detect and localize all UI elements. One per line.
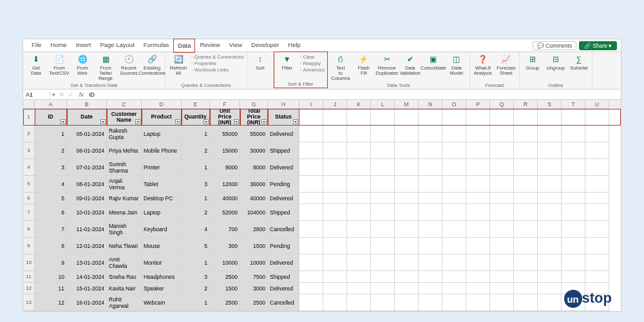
empty-cell[interactable] bbox=[323, 159, 347, 176]
empty-cell[interactable] bbox=[419, 159, 442, 176]
empty-cell[interactable] bbox=[490, 294, 514, 311]
col-header-U[interactable]: U bbox=[585, 100, 609, 109]
ribbon-from-web[interactable]: 🌐FromWeb bbox=[72, 54, 93, 76]
table-cell[interactable]: 1 bbox=[182, 126, 210, 142]
empty-cell[interactable] bbox=[514, 221, 538, 238]
col-header-G[interactable]: G bbox=[240, 100, 268, 109]
table-cell[interactable]: 05-01-2024 bbox=[67, 126, 107, 142]
empty-cell[interactable] bbox=[371, 204, 395, 221]
table-cell[interactable]: 4 bbox=[35, 176, 67, 193]
ribbon-flash-fill[interactable]: ⚡FlashFill bbox=[354, 54, 374, 76]
ribbon-text-to-columns[interactable]: ⎙Textto Columns bbox=[330, 54, 351, 81]
table-cell[interactable]: Monitor bbox=[142, 254, 182, 271]
fx-icon[interactable]: fx bbox=[75, 91, 88, 98]
empty-cell[interactable] bbox=[371, 176, 395, 193]
empty-cell[interactable] bbox=[514, 271, 538, 283]
menu-file[interactable]: File bbox=[27, 39, 46, 53]
table-cell[interactable]: Priya Mehta bbox=[107, 142, 142, 159]
empty-cell[interactable] bbox=[466, 221, 490, 238]
table-cell[interactable]: 3 bbox=[35, 159, 67, 176]
empty-cell[interactable] bbox=[395, 126, 419, 142]
empty-cell[interactable] bbox=[490, 176, 514, 193]
table-cell[interactable]: Shipped bbox=[268, 271, 299, 283]
table-cell[interactable]: Suresh Sharma bbox=[107, 159, 142, 176]
row-header-2[interactable]: 2 bbox=[23, 126, 35, 142]
empty-cell[interactable] bbox=[395, 109, 419, 126]
menu-formulas[interactable]: Formulas bbox=[139, 39, 174, 53]
empty-cell[interactable] bbox=[562, 254, 585, 271]
empty-cell[interactable] bbox=[299, 142, 323, 159]
empty-cell[interactable] bbox=[347, 126, 371, 142]
empty-cell[interactable] bbox=[299, 126, 323, 142]
col-header-L[interactable]: L bbox=[371, 100, 395, 109]
row-header-11[interactable]: 11 bbox=[23, 271, 35, 283]
ribbon-consolidate[interactable]: ▣Consolidate bbox=[423, 54, 444, 71]
empty-cell[interactable] bbox=[538, 109, 562, 126]
empty-cell[interactable] bbox=[323, 126, 347, 142]
table-cell[interactable]: 12 bbox=[35, 294, 67, 311]
empty-cell[interactable] bbox=[585, 193, 609, 204]
table-cell[interactable]: 1500 bbox=[210, 283, 240, 294]
col-header-S[interactable]: S bbox=[538, 100, 562, 109]
empty-cell[interactable] bbox=[299, 204, 323, 221]
ribbon-remove-duplicates[interactable]: ✂RemoveDuplicates bbox=[377, 54, 397, 76]
empty-cell[interactable] bbox=[490, 126, 514, 142]
table-cell[interactable]: Amit Chawla bbox=[107, 254, 142, 271]
table-cell[interactable]: Pending bbox=[268, 238, 299, 254]
table-cell[interactable]: 2 bbox=[182, 204, 210, 221]
empty-cell[interactable] bbox=[538, 142, 562, 159]
table-cell[interactable]: 300 bbox=[210, 238, 240, 254]
ribbon-queries-connections[interactable]: ▫Queries & Connections bbox=[191, 54, 244, 60]
empty-cell[interactable] bbox=[442, 176, 466, 193]
table-cell[interactable]: 3000 bbox=[240, 283, 268, 294]
empty-cell[interactable] bbox=[490, 283, 514, 294]
table-cell[interactable]: 7500 bbox=[240, 271, 268, 283]
empty-cell[interactable] bbox=[466, 109, 490, 126]
row-header-10[interactable]: 10 bbox=[23, 254, 35, 271]
table-cell[interactable]: Mouse bbox=[142, 238, 182, 254]
empty-cell[interactable] bbox=[562, 271, 585, 283]
empty-cell[interactable] bbox=[466, 204, 490, 221]
empty-cell[interactable] bbox=[514, 283, 538, 294]
table-cell[interactable]: Neha Tiwari bbox=[107, 238, 142, 254]
empty-cell[interactable] bbox=[371, 193, 395, 204]
ribbon-ungroup[interactable]: ⊟Ungroup bbox=[545, 54, 566, 71]
empty-cell[interactable] bbox=[514, 109, 538, 126]
empty-cell[interactable] bbox=[585, 204, 609, 221]
empty-cell[interactable] bbox=[442, 142, 466, 159]
empty-cell[interactable] bbox=[323, 271, 347, 283]
empty-cell[interactable] bbox=[585, 238, 609, 254]
empty-cell[interactable] bbox=[323, 193, 347, 204]
empty-cell[interactable] bbox=[585, 271, 609, 283]
table-cell[interactable]: Rajiv Kumar bbox=[107, 193, 142, 204]
empty-cell[interactable] bbox=[442, 221, 466, 238]
col-header-A[interactable]: A bbox=[35, 100, 67, 109]
share-button[interactable]: 🔗 Share ▾ bbox=[579, 41, 617, 50]
table-cell[interactable]: 2 bbox=[182, 142, 210, 159]
fn-confirm[interactable]: ✓ bbox=[66, 91, 75, 98]
name-box-dropdown[interactable]: ▾ bbox=[50, 91, 57, 98]
table-cell[interactable]: 6 bbox=[35, 204, 67, 221]
ribbon-subtotal[interactable]: ∑Subtotal bbox=[569, 54, 589, 71]
table-cell[interactable]: 07-01-2024 bbox=[67, 159, 107, 176]
ribbon-get-data[interactable]: ⬇GetData bbox=[26, 54, 46, 76]
empty-cell[interactable] bbox=[466, 254, 490, 271]
table-cell[interactable]: Tablet bbox=[142, 176, 182, 193]
empty-cell[interactable] bbox=[514, 254, 538, 271]
table-cell[interactable]: 1 bbox=[182, 254, 210, 271]
filter-dropdown-icon[interactable] bbox=[135, 119, 140, 124]
filter-dropdown-icon[interactable] bbox=[293, 119, 298, 124]
ribbon-sort[interactable]: ↕Sort bbox=[250, 54, 270, 71]
table-cell[interactable]: 15000 bbox=[210, 142, 240, 159]
row-header-6[interactable]: 6 bbox=[23, 193, 35, 204]
table-header-id[interactable]: ID bbox=[35, 109, 67, 126]
table-cell[interactable]: 1 bbox=[182, 159, 210, 176]
table-cell[interactable]: 5 bbox=[35, 193, 67, 204]
table-cell[interactable]: 8 bbox=[35, 238, 67, 254]
ribbon-clear[interactable]: ▫Clear bbox=[300, 54, 325, 60]
table-cell[interactable]: Delivered bbox=[268, 159, 299, 176]
empty-cell[interactable] bbox=[299, 193, 323, 204]
empty-cell[interactable] bbox=[299, 176, 323, 193]
fn-cancel[interactable]: ✕ bbox=[57, 91, 66, 98]
empty-cell[interactable] bbox=[299, 159, 323, 176]
